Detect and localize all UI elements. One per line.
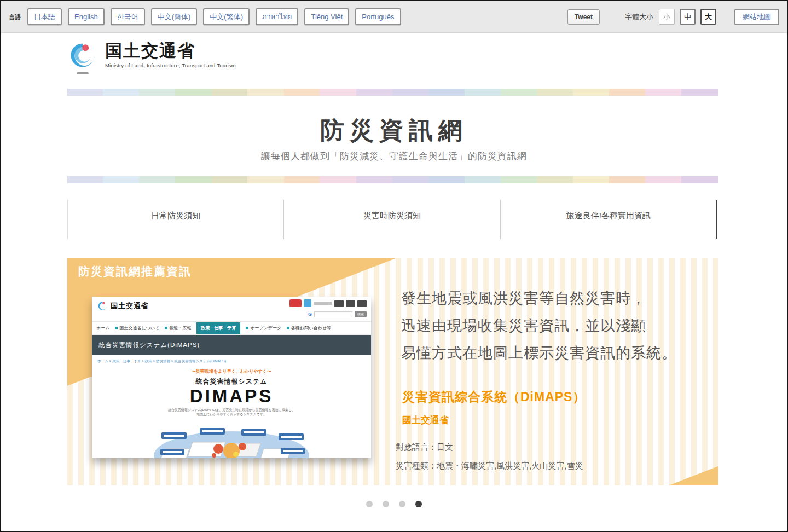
lang-button-japanese[interactable]: 日本語 (27, 8, 62, 25)
mini-header-button-2 (346, 300, 355, 307)
google-icon: G (308, 311, 312, 317)
recommendation-description: 發生地震或風洪災害等自然災害時， 迅速由現場收集災害資訊，並以淺顯 易懂方式在地… (401, 285, 677, 367)
language-label: 言語 (9, 14, 23, 20)
orange-wedge-bottom-right (669, 466, 718, 485)
mlit-logo-icon (68, 42, 97, 74)
mini-site-search: G 検索 (308, 311, 367, 317)
tab-daily-preparedness[interactable]: 日常防災須知 (68, 200, 284, 239)
carousel-pagination (1, 501, 787, 507)
dimaps-site-preview[interactable]: 国土交通省 G 検索 ホーム 国土交通省について (92, 297, 371, 458)
font-size-label: 字體大小 (625, 12, 653, 22)
org-name-english: Ministry of Land, Infrastructure, Transp… (105, 62, 236, 68)
mini-nav-policy-active: 政策・仕事・予算 (196, 322, 240, 334)
rainbow-divider-top (67, 89, 718, 96)
mini-nav-contact: 各種お問い合わせ等 (287, 325, 331, 331)
lang-button-chinese-traditional[interactable]: 中文(繁体) (203, 8, 250, 25)
mini-search-input (314, 311, 352, 317)
tab-travel-useful-info[interactable]: 旅途良伴!各種實用資訊 (501, 200, 716, 239)
mlit-org-link[interactable]: 國土交通省 (402, 414, 449, 426)
font-size-medium-button[interactable]: 中 (680, 9, 696, 25)
mini-mlit-logo-icon (97, 301, 108, 311)
lang-button-thai[interactable]: ภาษาไทย (256, 8, 298, 25)
mini-nav-opendata: オープンデータ (246, 325, 281, 331)
mini-header-menu-button (357, 300, 367, 307)
disaster-type-row: 災害種類：地震・海嘯災害,風洪災害,火山災害,雪災 (396, 461, 583, 471)
description-line: 發生地震或風洪災害等自然災害時， (401, 285, 677, 312)
mini-dimaps-logo: DIMAPS (92, 386, 371, 406)
nav-bullet-icon (165, 327, 167, 329)
mini-system-heading: 統合災害情報システム (92, 377, 371, 386)
mlit-logo-link[interactable]: 国土交通省 Ministry of Land, Infrastructure, … (68, 42, 236, 74)
carousel-dot-2[interactable] (383, 501, 389, 507)
mini-page-title-band: 統合災害情報システム(DiMAPS) (92, 335, 371, 355)
page-subtitle: 讓每個人都做到「防災減災、守護生命與生活」的防災資訊網 (1, 150, 787, 163)
mini-body-text: 統合災害情報システム(DiMAPS)は、災害発生時に現場から災害情報を迅速に収集… (92, 408, 371, 417)
mini-site-nav: ホーム 国土交通省について 報道・広報 政策・仕事・予算 オープンデータ 各種お… (92, 322, 371, 335)
carousel-dot-3[interactable] (399, 501, 405, 507)
carousel-dot-4-active[interactable] (415, 501, 422, 507)
carousel-dot-1[interactable] (366, 501, 373, 507)
description-line: 迅速由現場收集災害資訊，並以淺顯 (401, 312, 677, 339)
tweet-button[interactable]: Tweet (567, 9, 600, 25)
logo-caption-bar (77, 72, 89, 74)
lang-button-chinese-simplified[interactable]: 中文(簡体) (151, 8, 198, 25)
mini-site-header: 国土交通省 G 検索 (92, 297, 371, 322)
mini-catchcopy: 〜災害現場をより早く、わかりやすく〜 (92, 368, 371, 374)
mini-nav-press: 報道・広報 (165, 325, 191, 331)
twitter-icon (304, 299, 311, 307)
recommendation-badge: 防災資訊網推薦資訊 (78, 264, 192, 279)
mini-nav-home: ホーム (96, 325, 109, 331)
font-size-large-button[interactable]: 大 (700, 9, 716, 25)
lang-button-english[interactable]: English (68, 8, 105, 25)
page-title: 防災資訊網 (1, 114, 787, 147)
map-illustration (149, 427, 314, 458)
lang-button-vietnamese[interactable]: Tiếng Việt (304, 8, 349, 25)
font-size-small-button[interactable]: 小 (659, 9, 675, 25)
page-frame: 言語 日本語 English 한국어 中文(簡体) 中文(繁体) ภาษาไทย… (0, 0, 788, 532)
mini-nav-about: 国土交通省について (115, 325, 159, 331)
sitemap-button[interactable]: 網站地圖 (734, 9, 779, 25)
recommendation-card: 防災資訊網推薦資訊 国土交通省 (67, 258, 718, 485)
mini-header-links (314, 302, 332, 305)
lang-button-korean[interactable]: 한국어 (111, 8, 145, 25)
mini-search-button: 検索 (355, 311, 367, 317)
supported-language-row: 對應語言：日文 (396, 442, 453, 453)
nav-bullet-icon (287, 327, 289, 329)
rainbow-divider-bottom (67, 176, 718, 183)
youtube-icon (289, 299, 302, 307)
mini-header-button-1 (334, 300, 344, 307)
tab-disaster-time-info[interactable]: 災害時防災須知 (284, 200, 500, 239)
main-tab-bar: 日常防災須知 災害時防災須知 旅途良伴!各種實用資訊 (67, 200, 717, 239)
nav-bullet-icon (246, 327, 248, 329)
top-language-bar: 言語 日本語 English 한국어 中文(簡体) 中文(繁体) ภาษาไทย… (1, 1, 787, 33)
lang-button-portuguese[interactable]: Português (355, 8, 401, 25)
description-line: 易懂方式在地圖上標示災害資訊的系統。 (401, 339, 677, 367)
dimaps-title-link[interactable]: 災害資訊綜合系統（DiMAPS） (402, 389, 586, 406)
mini-org-name: 国土交通省 (111, 301, 149, 311)
org-name-japanese: 国土交通省 (105, 42, 236, 60)
nav-bullet-icon (115, 327, 118, 329)
mini-breadcrumb: ホーム > 政策・仕事・予算 > 政策 > 防災情報 > 統合災害情報システム(… (92, 355, 371, 364)
